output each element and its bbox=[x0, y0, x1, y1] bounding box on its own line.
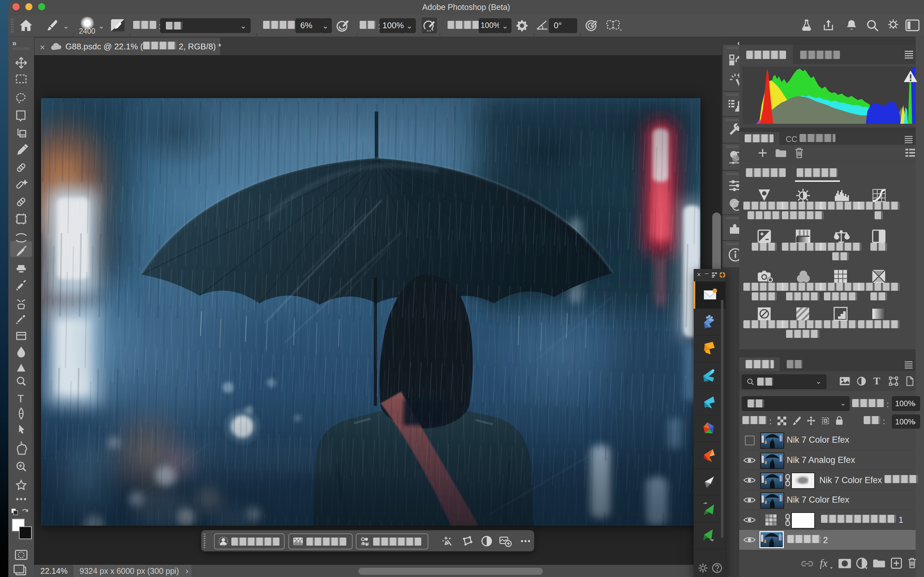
svg-text:fx: fx bbox=[820, 557, 827, 569]
svg-text:T: T bbox=[17, 392, 24, 405]
